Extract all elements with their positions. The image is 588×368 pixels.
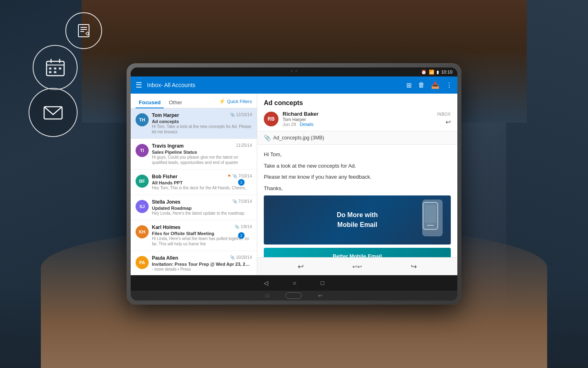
- battery-icon: ▮: [437, 70, 439, 75]
- detail-date: Jun 28 Details: [283, 122, 433, 127]
- svg-rect-12: [54, 71, 56, 73]
- attach-icon: 📎: [232, 199, 237, 204]
- attachment-bar: 📎 Ad_concepts.jpg (3MB): [257, 131, 457, 145]
- email-subject: Files for Offsite Staff Meeting: [152, 231, 252, 236]
- email-body: Stella Jones 📎 7/19/14 Updated Roadmap H…: [152, 199, 252, 216]
- tablet-bezel: ⏰ 📶 ▮ 10:10 ☰ Inbox- All Accounts ⊞ 🗑 📥: [131, 67, 457, 301]
- inbox-title: Inbox- All Accounts: [147, 82, 406, 88]
- detail-text-2: Please let me know if you have any feedb…: [264, 173, 451, 181]
- detail-text-1: Take a look at the new concepts for Ad.: [264, 162, 451, 170]
- tab-focused[interactable]: Focused: [136, 97, 164, 108]
- bottom-right-button[interactable]: ↩: [318, 293, 322, 298]
- email-header: Travis Ingram 11/25/14: [152, 143, 252, 149]
- email-header: Karl Holmes 📎 1/9/14: [152, 224, 252, 230]
- detail-to: Tom Harper: [283, 117, 433, 122]
- menu-button[interactable]: ☰: [136, 81, 142, 90]
- attachment-name: Ad_concepts.jpg (3MB): [273, 135, 324, 141]
- badge: 2: [238, 232, 245, 239]
- delete-button[interactable]: 🗑: [418, 81, 425, 89]
- tablet-outer: ⏰ 📶 ▮ 10:10 ☰ Inbox- All Accounts ⊞ 🗑 📥: [127, 63, 461, 305]
- home-button[interactable]: ○: [293, 280, 296, 286]
- reply-button[interactable]: ↩: [298, 262, 304, 271]
- svg-rect-9: [54, 67, 56, 70]
- email-preview: Hey Linda, Here's the latest update to t…: [152, 211, 252, 216]
- top-bar-actions: ⊞ 🗑 📥 ⋮: [406, 81, 452, 89]
- attach-icon: 📎: [230, 112, 235, 117]
- email-subject: Invitation: Press Tour Prep @ Wed Apr 23…: [152, 262, 252, 267]
- email-header: Stella Jones 📎 7/19/14: [152, 199, 252, 205]
- email-item[interactable]: KH Karl Holmes 📎 1/9/14: [131, 220, 257, 251]
- detail-greeting: Hi Tom,: [264, 150, 451, 159]
- email-list-panel: Focused Other ⚡ Quick Filters TH: [131, 94, 257, 275]
- details-link[interactable]: Details: [300, 122, 314, 127]
- app-content: ☰ Inbox- All Accounts ⊞ 🗑 📥 ⋮: [131, 76, 457, 291]
- tabs-row: Focused Other ⚡ Quick Filters: [131, 94, 257, 108]
- email-date: 📎 1/9/14: [234, 224, 252, 229]
- email-subject: Updated Roadmap: [152, 206, 252, 211]
- email-subject: All Hands PPT: [152, 180, 252, 185]
- quick-filters-label: Quick Filters: [227, 99, 252, 104]
- email-date: 11/25/14: [236, 143, 252, 148]
- sender-name: Tom Harper: [152, 112, 179, 118]
- reply-button-top[interactable]: ↩: [445, 118, 451, 126]
- svg-rect-8: [49, 67, 51, 70]
- email-item[interactable]: BF Bob Fisher ⚑ 📎 7/10/14: [131, 170, 257, 195]
- home-oval-button[interactable]: [285, 292, 302, 299]
- detail-sender-name: Richard Baker: [283, 111, 433, 117]
- more-button[interactable]: ⋮: [446, 81, 452, 89]
- email-item[interactable]: SJ Stella Jones 📎 7/19/14: [131, 195, 257, 220]
- email-header: Tom Harper 📎 12/10/14: [152, 112, 252, 118]
- bottom-left-button[interactable]: □: [266, 293, 269, 298]
- avatar: KH: [136, 225, 149, 238]
- attach-icon: 📎: [234, 224, 239, 229]
- banner-text-2: Better Mobile EmailFocus on what matters: [328, 252, 386, 258]
- notes-icon: [65, 12, 102, 49]
- email-subject: Ad concepts: [152, 119, 252, 124]
- sender-name: Paula Allen: [152, 255, 178, 261]
- to-name: Tom Harper: [283, 117, 306, 122]
- recents-button[interactable]: □: [321, 280, 324, 286]
- email-body: Bob Fisher ⚑ 📎 7/10/14 All Hands PPT: [152, 174, 252, 191]
- detail-avatar: RB: [264, 112, 278, 126]
- email-body: Paula Allen 📎 10/20/14 Invitation: Press…: [152, 255, 252, 272]
- detail-meta: RB Richard Baker Tom Harper Jun 28 Detai…: [264, 111, 451, 127]
- email-item[interactable]: PA Paula Allen 📎 10/20/14: [131, 251, 257, 275]
- detail-body: Hi Tom, Take a look at the new concepts …: [257, 145, 457, 257]
- email-item[interactable]: TI Travis Ingram 11/25/14 Sales Pipeline…: [131, 139, 257, 170]
- archive-button[interactable]: 📥: [431, 81, 439, 89]
- quick-filters-button[interactable]: ⚡ Quick Filters: [219, 98, 252, 107]
- status-icons: ⏰ 📶 ▮ 10:10: [421, 70, 452, 75]
- tab-other[interactable]: Other: [165, 97, 185, 108]
- bolt-icon: ⚡: [219, 98, 225, 104]
- attach-icon: 📎: [232, 174, 237, 178]
- inbox-label: INBOX: [437, 112, 451, 117]
- reply-all-button[interactable]: ↩↩: [352, 263, 362, 270]
- svg-rect-16: [425, 205, 436, 223]
- main-area: Focused Other ⚡ Quick Filters TH: [131, 94, 457, 275]
- email-preview: Hi Linda, Here's what the team has pulle…: [152, 236, 252, 247]
- email-banner-image-2: Better Mobile EmailFocus on what matters: [264, 248, 451, 257]
- time-display: 10:10: [441, 70, 452, 74]
- detail-subject: Ad concepts: [264, 99, 451, 107]
- banner-text-1: Do More withMobile Email: [337, 210, 378, 230]
- action-bar: ↩ ↩↩ ↪: [257, 257, 457, 275]
- sender-name: Bob Fisher: [152, 174, 178, 180]
- detail-sender-info: Richard Baker Tom Harper Jun 28 Details: [283, 111, 433, 127]
- email-date: ⚑ 📎 7/10/14: [227, 174, 252, 178]
- android-nav: ◁ ○ □: [131, 275, 457, 291]
- email-preview: - more details • Press: [152, 267, 252, 272]
- email-body: Travis Ingram 11/25/14 Sales Pipeline St…: [152, 143, 252, 165]
- email-item[interactable]: TH Tom Harper 📎 12/10/14: [131, 108, 257, 139]
- email-header: Paula Allen 📎 10/20/14: [152, 255, 252, 261]
- forward-button[interactable]: ↪: [411, 262, 417, 271]
- folder-button[interactable]: ⊞: [406, 81, 412, 89]
- avatar: PA: [136, 256, 149, 269]
- email-preview: Hey Tom, This is the deck for the All Ha…: [152, 185, 252, 191]
- email-date: 📎 10/20/14: [230, 255, 252, 260]
- camera-dot-2: [295, 70, 297, 72]
- email-list: TH Tom Harper 📎 12/10/14: [131, 108, 257, 275]
- sender-name: Stella Jones: [152, 199, 180, 205]
- tablet-wrapper: ⏰ 📶 ▮ 10:10 ☰ Inbox- All Accounts ⊞ 🗑 📥: [127, 63, 461, 305]
- svg-rect-11: [49, 71, 51, 73]
- back-button[interactable]: ◁: [264, 280, 268, 286]
